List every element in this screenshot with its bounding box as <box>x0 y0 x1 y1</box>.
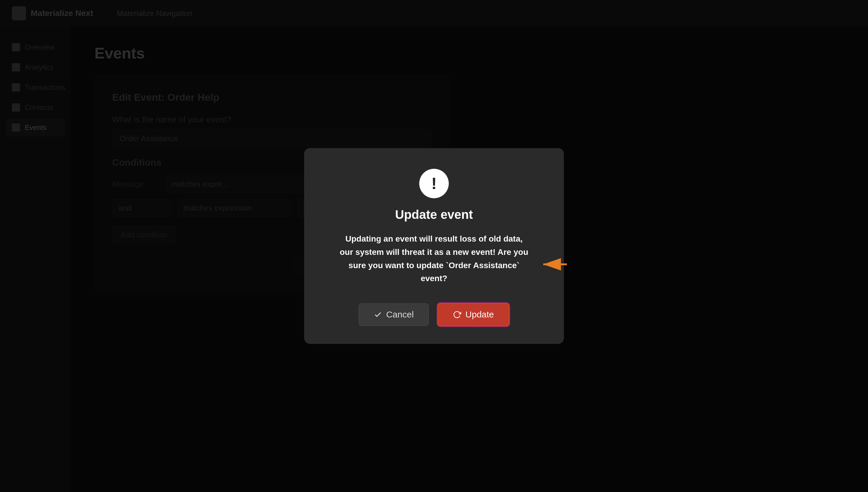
modal-cancel-label: Cancel <box>386 310 414 320</box>
update-event-modal: ! Update event Updating an event will re… <box>304 148 564 344</box>
modal-actions: Cancel Update <box>359 303 509 326</box>
modal-update-button[interactable]: Update <box>437 303 509 326</box>
modal-body: Updating an event will result loss of ol… <box>339 232 529 285</box>
exclamation-mark: ! <box>431 175 437 192</box>
modal-title: Update event <box>395 207 473 222</box>
modal-cancel-button[interactable]: Cancel <box>359 303 429 326</box>
modal-warning-icon: ! <box>419 169 449 198</box>
modal-update-label: Update <box>465 310 494 320</box>
